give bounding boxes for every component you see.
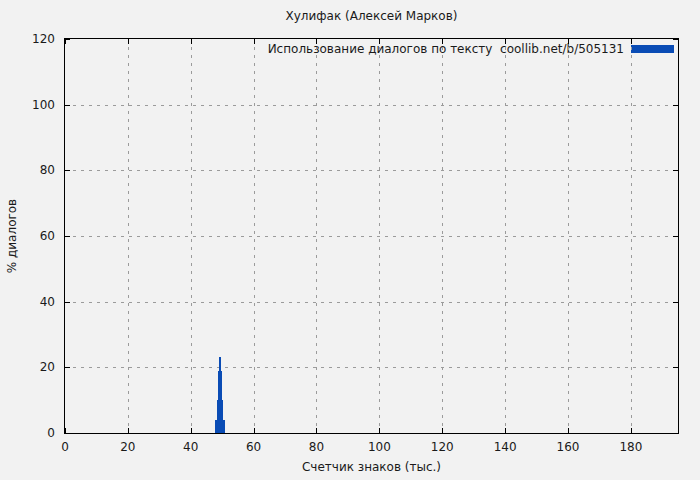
x-tick [442,428,443,433]
x-tick-label: 20 [120,440,135,454]
y-tick [65,433,70,434]
y-tick [65,236,70,237]
y-tick-label: 80 [40,163,55,177]
x-tick-label: 180 [619,440,642,454]
y-tick-mirror [673,39,678,40]
y-tick-mirror [673,236,678,237]
x-tick-label: 80 [309,440,324,454]
y-tick-label: 20 [40,360,55,374]
x-tick [191,428,192,433]
gridline-horizontal [65,105,678,106]
x-tick-mirror [316,39,317,44]
y-axis-label: % диалогов [5,199,19,273]
x-tick [568,428,569,433]
x-tick-mirror [191,39,192,44]
x-tick-mirror [631,39,632,44]
x-tick-label: 0 [61,440,69,454]
x-tick-mirror [505,39,506,44]
x-tick [316,428,317,433]
plot-area: Использование диалогов по тексту coollib… [64,38,679,434]
gridline-horizontal [65,170,678,171]
x-tick-label: 60 [246,440,261,454]
x-tick-label: 140 [494,440,517,454]
gridline-horizontal [65,302,678,303]
legend: Использование диалогов по тексту coollib… [268,42,674,56]
y-tick [65,302,70,303]
y-tick-mirror [673,367,678,368]
chart-figure: Хулифак (Алексей Марков) % диалогов Испо… [0,0,700,480]
y-tick-mirror [673,105,678,106]
y-tick-mirror [673,302,678,303]
y-tick [65,39,70,40]
x-tick [254,428,255,433]
x-tick-mirror [568,39,569,44]
chart-title: Хулифак (Алексей Марков) [64,9,679,23]
x-tick-label: 160 [557,440,580,454]
legend-swatch [631,45,674,53]
legend-label: Использование диалогов по тексту coollib… [268,42,624,56]
x-tick-mirror [442,39,443,44]
y-tick-label: 120 [32,32,55,46]
x-axis-label: Счетчик знаков (тыс.) [64,460,679,474]
gridline-horizontal [65,236,678,237]
y-tick [65,170,70,171]
y-tick-label: 100 [32,98,55,112]
x-tick [379,428,380,433]
x-tick [631,428,632,433]
x-tick-mirror [254,39,255,44]
x-tick [505,428,506,433]
y-tick [65,367,70,368]
data-bar [219,357,220,433]
x-tick-label: 100 [368,440,391,454]
x-tick [128,428,129,433]
y-tick-label: 60 [40,229,55,243]
x-tick-label: 120 [431,440,454,454]
x-tick-mirror [128,39,129,44]
y-tick-label: 40 [40,295,55,309]
y-tick [65,105,70,106]
gridline-horizontal [65,367,678,368]
x-tick-label: 40 [183,440,198,454]
y-tick-mirror [673,433,678,434]
y-tick-label: 0 [47,426,55,440]
y-tick-mirror [673,170,678,171]
x-tick-mirror [379,39,380,44]
